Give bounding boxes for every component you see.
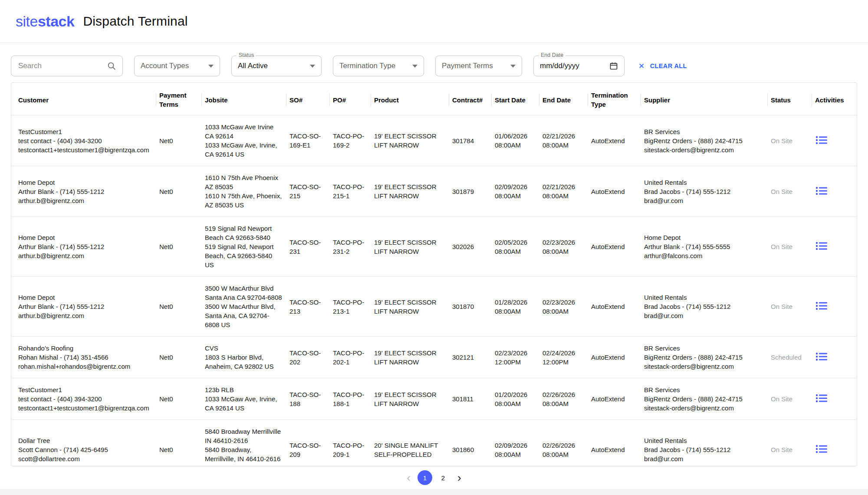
jobsite-address: 519 Signal Rd Newport Beach CA 92663-584… bbox=[205, 224, 283, 242]
chevron-down-icon bbox=[412, 65, 418, 68]
calendar-icon[interactable] bbox=[609, 62, 618, 70]
customer-cell: Home Depot Arthur Blank - (714) 555-1212… bbox=[18, 233, 159, 260]
column-header-po: PO# bbox=[333, 95, 374, 105]
so-number-cell: TACO-SO-188 bbox=[289, 390, 333, 408]
end-date-value: mm/dd/yyyy bbox=[540, 62, 579, 70]
contract-number-cell: 301811 bbox=[452, 394, 495, 403]
jobsite-full-address: 519 Signal Rd, Newport Beach, CA 92663-5… bbox=[205, 242, 283, 269]
jobsite-full-address: 1610 N 75th Ave, Phoenix, AZ 85035 US bbox=[205, 191, 283, 210]
supplier-email: arthur@falcons.com bbox=[644, 251, 764, 260]
page-button-1[interactable]: 1 bbox=[418, 470, 432, 485]
customer-name: Home Depot bbox=[18, 293, 152, 302]
previous-page-icon[interactable]: ‹ bbox=[403, 472, 414, 483]
customer-email: testcontact1+testcustomer1@bigrentzqa.co… bbox=[18, 403, 152, 413]
start-time: 08:00AM bbox=[495, 247, 536, 256]
product-cell: 19' ELECT SCISSOR LIFT NARROW bbox=[374, 390, 452, 408]
customer-cell: Home Depot Arthur Blank - (714) 555-1212… bbox=[18, 293, 159, 320]
column-header-so: SO# bbox=[289, 95, 333, 105]
search-field[interactable] bbox=[11, 56, 123, 76]
logo-site: site bbox=[16, 13, 38, 30]
jobsite-full-address: 1803 S Harbor Blvd, Anaheim, CA 92802 US bbox=[205, 353, 283, 371]
product-cell: 19' ELECT SCISSOR LIFT NARROW bbox=[374, 131, 452, 150]
status-cell: On Site bbox=[771, 136, 815, 145]
activities-list-icon[interactable] bbox=[815, 134, 829, 146]
activities-cell bbox=[815, 300, 856, 313]
jobsite-cell: CVS 1803 S Harbor Blvd, Anaheim, CA 9280… bbox=[205, 344, 289, 371]
customer-name: TestCustomer1 bbox=[18, 385, 152, 394]
so-number-cell: TACO-SO-202 bbox=[289, 348, 333, 367]
activities-list-icon[interactable] bbox=[815, 240, 829, 252]
supplier-contact: Brad Jacobs - (714) 555-1212 bbox=[644, 187, 764, 196]
supplier-contact: Brad Jacobs - (714) 555-1212 bbox=[644, 445, 764, 454]
end-date: 02/23/2026 bbox=[542, 238, 584, 247]
activities-list-icon[interactable] bbox=[815, 393, 829, 404]
supplier-name: Home Depot bbox=[644, 233, 764, 242]
product-cell: 19' ELECT SCISSOR LIFT NARROW bbox=[374, 238, 452, 256]
next-page-icon[interactable]: › bbox=[454, 472, 465, 483]
customer-contact: Arthur Blank - (714) 555-1212 bbox=[18, 187, 152, 196]
end-date-cell: 02/26/2026 08:00AM bbox=[542, 390, 591, 408]
jobsite-address: 123b RLB bbox=[205, 385, 283, 394]
end-date-cell: 02/23/2026 08:00AM bbox=[542, 238, 591, 256]
jobsite-cell: 3500 W MacArthur Blvd Santa Ana CA 92704… bbox=[205, 284, 289, 329]
logo-stack: stack bbox=[38, 13, 74, 30]
clear-all-button[interactable]: ✕ CLEAR ALL bbox=[636, 61, 690, 71]
end-date-cell: 02/21/2026 08:00AM bbox=[542, 182, 591, 200]
activities-list-icon[interactable] bbox=[815, 185, 829, 197]
pagination: ‹ 1 2 › bbox=[0, 466, 868, 489]
search-input[interactable] bbox=[17, 61, 100, 71]
end-date-field-label: End Date bbox=[539, 52, 566, 58]
start-time: 08:00AM bbox=[495, 191, 536, 200]
supplier-email: brad@ur.com bbox=[644, 196, 764, 205]
customer-email: testcontact1+testcustomer1@bigrentzqa.co… bbox=[18, 145, 152, 154]
status-select[interactable]: Status All Active bbox=[231, 56, 322, 76]
customer-contact: Rohan Mishal - (714) 351-4566 bbox=[18, 353, 152, 362]
customer-name: Home Depot bbox=[18, 233, 152, 242]
termination-type-cell: AutoExtend bbox=[591, 136, 644, 145]
table-row: TestCustomer1 test contact - (404) 394-3… bbox=[11, 115, 857, 166]
status-cell: On Site bbox=[771, 394, 815, 403]
supplier-contact: BigRentz Orders - (888) 242-4715 bbox=[644, 353, 764, 362]
start-date: 01/20/2026 bbox=[495, 390, 536, 399]
po-number-cell: TACO-PO-209-1 bbox=[333, 441, 374, 459]
activities-list-icon[interactable] bbox=[815, 300, 829, 311]
supplier-name: United Rentals bbox=[644, 178, 764, 187]
po-number-cell: TACO-PO-213-1 bbox=[333, 298, 374, 316]
customer-contact: Arthur Blank - (714) 555-1212 bbox=[18, 302, 152, 311]
start-time: 08:00AM bbox=[495, 450, 536, 459]
start-date: 01/28/2026 bbox=[495, 298, 536, 307]
search-icon bbox=[107, 61, 116, 71]
table-row: TestCustomer1 test contact - (404) 394-3… bbox=[11, 378, 857, 420]
payment-terms-select[interactable]: Payment Terms bbox=[435, 56, 522, 76]
jobsite-cell: 5840 Broadway Merrillville IN 46410-2616… bbox=[205, 427, 289, 466]
app-header: sitestack Dispatch Terminal bbox=[0, 0, 868, 43]
customer-contact: Scott Cannon - (714) 425-6495 bbox=[18, 445, 152, 454]
termination-type-select[interactable]: Termination Type bbox=[333, 56, 424, 76]
start-date: 02/09/2026 bbox=[495, 441, 536, 450]
start-time: 12:00PM bbox=[495, 357, 536, 367]
po-number-cell: TACO-PO-215-1 bbox=[333, 182, 374, 200]
table-row: Home Depot Arthur Blank - (714) 555-1212… bbox=[11, 276, 857, 336]
jobsite-address: 1610 N 75th Ave Phoenix AZ 85035 bbox=[205, 173, 283, 191]
end-date-input[interactable]: End Date mm/dd/yyyy bbox=[533, 56, 625, 76]
activities-list-icon[interactable] bbox=[815, 351, 829, 362]
jobsite-full-address: 3500 W MacArthur Blvd, Santa Ana, CA 927… bbox=[205, 302, 283, 329]
contract-number-cell: 301860 bbox=[452, 445, 495, 454]
column-header-product: Product bbox=[374, 95, 452, 105]
activities-cell bbox=[815, 351, 856, 364]
column-header-jobsite: Jobsite bbox=[205, 95, 289, 105]
end-date: 02/24/2026 bbox=[542, 348, 584, 357]
end-date-cell: 02/26/2026 08:00AM bbox=[542, 441, 591, 459]
account-types-select[interactable]: Account Types bbox=[134, 56, 220, 76]
supplier-name: BR Services bbox=[644, 344, 764, 353]
product-cell: 19' ELECT SCISSOR LIFT NARROW bbox=[374, 298, 452, 316]
supplier-email: sitestack-orders@bigrentz.com bbox=[644, 145, 764, 154]
chevron-down-icon bbox=[510, 65, 516, 68]
column-header-start-date: Start Date bbox=[495, 95, 542, 105]
so-number-cell: TACO-SO-213 bbox=[289, 298, 333, 316]
payment-terms-cell: Net0 bbox=[159, 353, 205, 362]
status-selected-value: All Active bbox=[238, 62, 268, 70]
activities-list-icon[interactable] bbox=[815, 443, 829, 455]
customer-contact: Arthur Blank - (714) 555-1212 bbox=[18, 242, 152, 251]
page-button-2[interactable]: 2 bbox=[436, 470, 450, 485]
